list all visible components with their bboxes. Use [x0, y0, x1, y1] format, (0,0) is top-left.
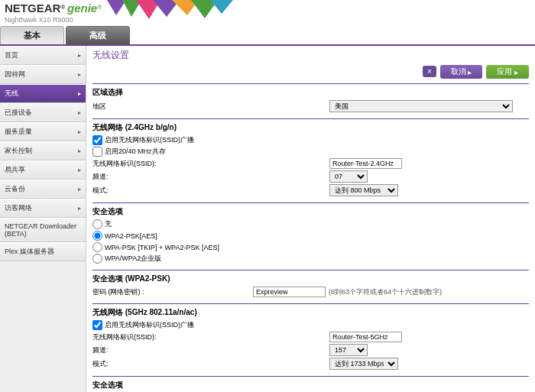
password-24-section: 安全选项 (WPA2-PSK) 密码 (网络密钥) :(8到63个字符或者64个… [92, 270, 529, 303]
sec24-enterprise-radio[interactable] [92, 254, 102, 264]
close-button[interactable]: × [423, 66, 436, 77]
chevron-right-icon: ▸ [78, 186, 81, 193]
main-tabs: 基本 高级 [0, 26, 535, 46]
svg-marker-6 [210, 0, 233, 14]
sidebar-item-plex[interactable]: Plex 媒体服务器 [0, 242, 86, 261]
chevron-right-icon: ▸ [78, 205, 81, 212]
sidebar-item-attached[interactable]: 已接设备▸ [0, 103, 86, 122]
chevron-right-icon: ▸ [78, 167, 81, 173]
security-24-section: 安全选项 无 WPA2-PSK[AES] WPA-PSK [TKIP] + WP… [92, 202, 529, 270]
chevron-right-icon: ▸ [78, 109, 81, 116]
coexist-2040-checkbox[interactable] [92, 147, 102, 157]
chevron-right-icon: ▸ [78, 71, 81, 78]
sec24-wpa2aes-radio[interactable] [92, 231, 102, 241]
sidebar-item-readyshare[interactable]: 易共享▸ [0, 160, 86, 180]
region-select[interactable]: 美国 [329, 100, 513, 112]
sidebar: 首页▸ 因特网▸ 无线▸ 已接设备▸ 服务质量▸ 家长控制▸ 易共享▸ 云备份▸… [0, 46, 86, 392]
wireless-24-title: 无线网络 (2.4GHz b/g/n) [92, 122, 529, 133]
mode-5-select[interactable]: 达到 1733 Mbps [329, 358, 398, 370]
sidebar-item-guest[interactable]: 访客网络▸ [0, 199, 86, 218]
content: 无线设置 × 取消 ▸ 应用 ▸ 区域选择 地区 美国 无线网络 (2.4GHz… [86, 46, 535, 392]
brand-product: genie [67, 2, 97, 15]
region-section: 区域选择 地区 美国 [92, 83, 529, 118]
sidebar-item-parental[interactable]: 家长控制▸ [0, 141, 86, 160]
security-5-section: 安全选项 无 WPA2-PSK[AES] WPA-PSK [TKIP] + WP… [92, 376, 529, 392]
region-title: 区域选择 [92, 87, 529, 98]
sidebar-item-wireless[interactable]: 无线▸ [0, 84, 86, 103]
wireless-5-section: 无线网络 (5GHz 802.11a/n/ac) 启用无线网络标识(SSID)广… [92, 303, 529, 376]
svg-marker-0 [107, 0, 126, 15]
tab-basic[interactable]: 基本 [0, 26, 64, 44]
sec24-none-radio[interactable] [92, 219, 102, 229]
chevron-right-icon: ▸ [78, 90, 81, 97]
ssid-broadcast-24-checkbox[interactable] [92, 135, 102, 145]
page-title: 无线设置 [92, 49, 529, 62]
sidebar-item-qos[interactable]: 服务质量▸ [0, 122, 86, 141]
channel-5-select[interactable]: 157 [329, 344, 368, 356]
sidebar-item-backup[interactable]: 云备份▸ [0, 180, 86, 199]
action-buttons: × 取消 ▸ 应用 ▸ [92, 65, 529, 79]
region-label: 地区 [92, 102, 329, 112]
header: NETGEAR® genie® Nighthawk X10 R9000 [0, 0, 535, 26]
ssid-24-input[interactable] [329, 158, 402, 169]
brand-name: NETGEAR [5, 2, 60, 15]
chevron-right-icon: ▸ [78, 147, 81, 154]
password-24-input[interactable] [253, 287, 326, 297]
cancel-button[interactable]: 取消 ▸ [440, 65, 483, 79]
tab-advanced[interactable]: 高级 [66, 26, 130, 44]
sidebar-item-downloader[interactable]: NETGEAR Downloader (BETA) [0, 218, 86, 242]
channel-24-select[interactable]: 07 [329, 170, 368, 183]
chevron-right-icon: ▸ [78, 52, 81, 59]
sec24-mixed-radio[interactable] [92, 242, 102, 252]
apply-button[interactable]: 应用 ▸ [486, 65, 529, 79]
chevron-right-icon: ▸ [78, 128, 81, 135]
sidebar-item-internet[interactable]: 因特网▸ [0, 65, 86, 84]
decorative-triangles [107, 0, 275, 23]
wireless-24-section: 无线网络 (2.4GHz b/g/n) 启用无线网络标识(SSID)广播 启用2… [92, 118, 529, 202]
sidebar-item-home[interactable]: 首页▸ [0, 46, 86, 65]
logo: NETGEAR® genie® [0, 0, 106, 16]
mode-24-select[interactable]: 达到 800 Mbps [329, 184, 398, 196]
ssid-broadcast-5-checkbox[interactable] [92, 320, 102, 330]
ssid-5-input[interactable] [329, 332, 402, 342]
